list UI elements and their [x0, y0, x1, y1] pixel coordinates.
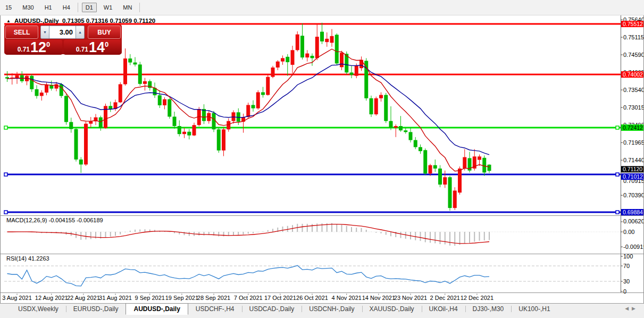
- trade-panel-prices: 0.71 12 0 0.71 14 0: [5, 40, 121, 55]
- candle-body: [384, 95, 388, 121]
- candle-body: [193, 125, 196, 135]
- candle-body: [281, 58, 285, 61]
- tab-usdx-weekly[interactable]: USDX,Weekly: [11, 304, 66, 315]
- candle-body: [414, 140, 417, 147]
- date-label: 12 Dec 2021: [461, 295, 494, 301]
- date-label: 22 Aug 2021: [67, 295, 100, 301]
- candle-body: [488, 165, 491, 171]
- tab-usdchf-h4[interactable]: USDCHF-,H4: [188, 304, 242, 315]
- candle-body: [478, 156, 481, 160]
- price-tick-label: 0.71440: [623, 157, 644, 163]
- candle-body: [300, 36, 304, 57]
- line-handle[interactable]: [616, 126, 619, 129]
- candle-body: [379, 95, 383, 98]
- candle-body: [128, 58, 132, 63]
- timeframe-D1[interactable]: D1: [82, 3, 97, 12]
- price-tick-label: 0.74590: [623, 52, 644, 58]
- trade-panel-controls: SELL ▼ 3.00 ▲ BUY: [5, 26, 121, 39]
- candle-body: [423, 150, 427, 173]
- tab-ukoil-h4[interactable]: UKOil-,H4: [422, 304, 465, 315]
- buy-button[interactable]: BUY: [88, 26, 121, 39]
- date-label: 3 Aug 2021: [2, 295, 32, 301]
- price-tick-label: 0.73540: [623, 87, 644, 93]
- rsi-tick-label: 30: [623, 278, 630, 284]
- candle-body: [30, 76, 34, 89]
- candle-body: [355, 66, 358, 76]
- candle-body: [40, 93, 44, 96]
- tab-audusd-daily[interactable]: AUDUSD-,Daily: [126, 303, 188, 315]
- candle-body: [45, 85, 48, 93]
- candle-body: [315, 37, 319, 58]
- chart-title: ▲AUDUSD-,Daily 0.71305 0.71316 0.71059 0…: [6, 18, 155, 24]
- candle-body: [359, 60, 363, 68]
- one-click-trading-panel: SELL ▼ 3.00 ▲ BUY 0.71 12 0 0.71 14 0: [4, 24, 122, 54]
- tab-scroll-right-icon[interactable]: ▶: [632, 306, 639, 311]
- candle-body: [453, 190, 457, 208]
- candle-body: [252, 105, 255, 108]
- candle-body: [178, 126, 181, 134]
- candle-body: [246, 105, 250, 117]
- line-handle[interactable]: [616, 173, 619, 176]
- level-badge-0.69884-label: 0.69884: [623, 209, 643, 215]
- sell-button[interactable]: SELL: [5, 26, 38, 39]
- date-axis: 3 Aug 202112 Aug 202122 Aug 202131 Aug 2…: [2, 294, 494, 301]
- chart-ohlc-values: 0.71305 0.71316 0.71059 0.71120: [62, 18, 155, 24]
- line-handle[interactable]: [4, 211, 7, 214]
- candle-body: [74, 129, 78, 160]
- candle-body: [463, 157, 466, 169]
- timeframe-W1[interactable]: W1: [100, 3, 116, 12]
- timeframe-M30[interactable]: M30: [19, 3, 37, 12]
- line-handle[interactable]: [4, 126, 7, 129]
- candle-body: [266, 77, 270, 95]
- candle-body: [291, 50, 295, 65]
- line-handle[interactable]: [616, 211, 619, 214]
- candle-body: [330, 36, 334, 43]
- candle-body: [325, 39, 329, 42]
- current-price-badge-label: 0.71120: [623, 166, 642, 172]
- rsi-tick-label: 70: [623, 263, 630, 269]
- date-label: 7 Oct 2021: [234, 295, 263, 301]
- volume-decrease-button[interactable]: ▼: [40, 26, 49, 39]
- buy-price[interactable]: 0.71 14 0: [64, 40, 121, 55]
- tab-scroll-left-icon[interactable]: ◀: [625, 306, 632, 311]
- candle-body: [217, 129, 221, 150]
- chart-tabs: USDX,WeeklyEURUSD-,DailyAUDUSD-,DailyUSD…: [0, 304, 558, 315]
- price-tick-label: 0.71965: [623, 139, 644, 146]
- tab-usdcad-daily[interactable]: USDCAD-,Daily: [242, 304, 302, 315]
- price-tick-label: 0.73015: [623, 104, 644, 111]
- candle-body: [438, 169, 442, 185]
- date-label: 12 Aug 2021: [35, 295, 68, 301]
- candle-body: [64, 96, 68, 122]
- candle-body: [60, 84, 63, 96]
- timeframe-MN[interactable]: MN: [119, 3, 136, 12]
- timeframe-H1[interactable]: H1: [41, 3, 56, 12]
- tab-dj30-m30[interactable]: DJ30-,M30: [465, 304, 512, 315]
- tab-scroll-arrows: ◀▶: [625, 304, 639, 311]
- level-badge-0.72412-label: 0.72412: [623, 124, 643, 131]
- candle-body: [305, 54, 309, 58]
- tab-xauusd-daily[interactable]: XAUUSD-,Daily: [362, 304, 422, 315]
- collapse-icon[interactable]: ▲: [6, 19, 11, 23]
- date-label: 31 Aug 2021: [99, 295, 132, 301]
- candle-body: [389, 121, 393, 128]
- candle-body: [482, 158, 486, 173]
- candle-body: [320, 32, 324, 41]
- candle-body: [84, 124, 88, 165]
- candle-body: [138, 64, 142, 83]
- tab-uk100-h1[interactable]: UK100-,H1: [511, 304, 557, 315]
- candle-body: [276, 62, 280, 68]
- candle-body: [158, 95, 162, 105]
- candle-body: [69, 122, 73, 129]
- volume-increase-button[interactable]: ▲: [76, 26, 85, 39]
- rsi-label: RSI(14) 41.2263: [6, 255, 49, 262]
- date-label: 26 Oct 2021: [296, 295, 328, 301]
- candle-body: [173, 116, 177, 126]
- volume-field[interactable]: 3.00: [49, 26, 76, 39]
- tab-usdcnh-daily[interactable]: USDCNH-,Daily: [302, 304, 362, 315]
- sell-price[interactable]: 0.71 12 0: [5, 40, 62, 55]
- timeframe-toolbar: 15M30H1H4D1W1MN: [0, 0, 644, 15]
- tab-eurusd-daily[interactable]: EURUSD-,Daily: [66, 304, 126, 315]
- line-handle[interactable]: [4, 173, 7, 176]
- timeframe-15[interactable]: 15: [2, 3, 15, 12]
- timeframe-H4[interactable]: H4: [59, 3, 74, 12]
